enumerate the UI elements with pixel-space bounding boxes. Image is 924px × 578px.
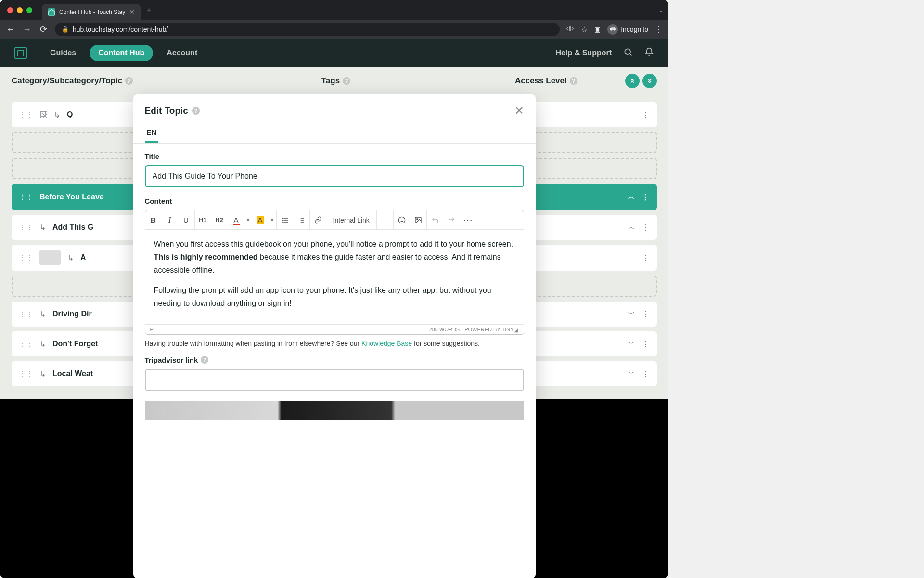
knowledge-base-link[interactable]: Knowledge Base — [361, 340, 412, 347]
link-button[interactable] — [310, 210, 326, 229]
image-preview — [145, 401, 524, 420]
help-icon[interactable]: ? — [192, 107, 200, 115]
subitem-arrow-icon: ↳ — [39, 340, 46, 349]
eye-off-icon[interactable]: 👁 — [566, 25, 574, 34]
emoji-button[interactable] — [394, 210, 410, 229]
image-icon[interactable]: 🖼 — [39, 110, 47, 119]
forward-button[interactable]: → — [22, 25, 32, 35]
text-color-button[interactable]: A — [228, 210, 244, 229]
chevron-down-icon[interactable]: ﹀ — [628, 369, 635, 378]
url-field[interactable]: 🔒 hub.touchstay.com/content-hub/ — [55, 23, 560, 36]
window-controls — [7, 7, 32, 13]
help-icon[interactable]: ? — [570, 77, 578, 85]
url-text: hub.touchstay.com/content-hub/ — [73, 26, 168, 33]
columns-header: Category/Subcategory/Topic? Tags? Access… — [0, 67, 668, 94]
subitem-arrow-icon: ↳ — [39, 310, 46, 319]
redo-button[interactable] — [443, 210, 460, 229]
drag-handle-icon[interactable]: ⋮⋮ — [19, 254, 33, 262]
help-icon[interactable]: ? — [125, 77, 133, 85]
collapse-all-button[interactable] — [625, 74, 640, 88]
app-header: Guides Content Hub Account Help & Suppor… — [0, 39, 668, 67]
subitem-arrow-icon: ↳ — [39, 369, 46, 379]
modal-title: Edit Topic ? — [145, 105, 200, 116]
subitem-arrow-icon: ↳ — [67, 253, 74, 263]
search-icon[interactable] — [623, 47, 633, 59]
incognito-icon: 🕶 — [607, 24, 618, 35]
incognito-badge: 🕶 Incognito — [607, 24, 648, 35]
powered-by: POWERED BY TINY — [464, 327, 513, 332]
nav-guides[interactable]: Guides — [41, 45, 85, 61]
hr-button[interactable]: — — [377, 210, 393, 229]
chevron-up-icon[interactable]: ︿ — [628, 223, 635, 232]
minimize-window-button[interactable] — [17, 7, 23, 13]
content-field-label: Content — [145, 197, 524, 205]
tripadvisor-input[interactable] — [145, 369, 524, 391]
chevron-up-icon[interactable]: ︿ — [628, 193, 635, 201]
browser-menu-icon[interactable]: ⋮ — [655, 25, 663, 34]
subitem-arrow-icon: ↳ — [54, 110, 60, 119]
internal-link-button[interactable]: Internal Link — [326, 216, 376, 224]
reload-button[interactable]: ⟳ — [38, 24, 48, 35]
edit-topic-modal: Edit Topic ? ✕ EN Title Content B I U — [133, 94, 536, 578]
bold-button[interactable]: B — [145, 210, 162, 229]
row-menu-icon[interactable]: ⋮ — [642, 310, 649, 319]
drag-handle-icon[interactable]: ⋮⋮ — [19, 193, 33, 201]
language-tab-en[interactable]: EN — [145, 123, 159, 143]
underline-button[interactable]: U — [178, 210, 194, 229]
browser-chrome: Content Hub - Touch Stay ✕ + ⌄ ← → ⟳ 🔒 h… — [0, 0, 668, 39]
column-tags-label: Tags? — [321, 76, 515, 86]
italic-button[interactable]: I — [162, 210, 178, 229]
help-icon[interactable]: ? — [343, 77, 350, 85]
bookmark-icon[interactable]: ☆ — [581, 25, 588, 34]
undo-button[interactable] — [427, 210, 443, 229]
highlight-dropdown[interactable]: ▾ — [269, 217, 276, 223]
text-color-dropdown[interactable]: ▾ — [244, 217, 252, 223]
highlight-button[interactable]: A — [252, 210, 269, 229]
close-window-button[interactable] — [7, 7, 13, 13]
svg-point-7 — [282, 222, 282, 222]
bell-icon[interactable] — [644, 47, 654, 59]
new-tab-button[interactable]: + — [146, 5, 152, 15]
h1-button[interactable]: H1 — [195, 210, 211, 229]
nav-account[interactable]: Account — [158, 45, 206, 61]
editor-path: P — [150, 327, 429, 332]
thumbnail — [39, 250, 61, 265]
image-button[interactable] — [410, 210, 426, 229]
chevron-down-icon[interactable]: ﹀ — [628, 310, 635, 318]
column-category-label: Category/Subcategory/Topic? — [12, 76, 321, 86]
drag-handle-icon[interactable]: ⋮⋮ — [19, 111, 33, 118]
title-input[interactable] — [145, 165, 524, 187]
help-icon[interactable]: ? — [201, 356, 208, 364]
maximize-window-button[interactable] — [26, 7, 32, 13]
row-menu-icon[interactable]: ⋮ — [642, 193, 649, 202]
close-icon[interactable]: ✕ — [514, 104, 524, 118]
expand-all-button[interactable] — [642, 74, 657, 88]
help-support-link[interactable]: Help & Support — [556, 49, 612, 57]
app-logo[interactable] — [14, 47, 27, 59]
resize-handle-icon[interactable]: ◢ — [514, 327, 519, 332]
row-menu-icon[interactable]: ⋮ — [642, 110, 649, 119]
nav-content-hub[interactable]: Content Hub — [90, 45, 153, 61]
drag-handle-icon[interactable]: ⋮⋮ — [19, 223, 33, 231]
row-menu-icon[interactable]: ⋮ — [642, 369, 649, 379]
tab-bar: Content Hub - Touch Stay ✕ + ⌄ — [0, 0, 668, 20]
drag-handle-icon[interactable]: ⋮⋮ — [19, 310, 33, 318]
more-button[interactable]: ⋯ — [460, 210, 476, 229]
ordered-list-button[interactable] — [293, 210, 309, 229]
bullet-list-button[interactable] — [277, 210, 293, 229]
browser-tab[interactable]: Content Hub - Touch Stay ✕ — [42, 4, 141, 20]
close-tab-button[interactable]: ✕ — [129, 8, 135, 16]
tabs-dropdown-icon[interactable]: ⌄ — [659, 7, 664, 13]
row-menu-icon[interactable]: ⋮ — [642, 340, 649, 349]
editor-content[interactable]: When you first access this guidebook on … — [145, 230, 524, 324]
row-menu-icon[interactable]: ⋮ — [642, 253, 649, 263]
row-menu-icon[interactable]: ⋮ — [642, 223, 649, 232]
drag-handle-icon[interactable]: ⋮⋮ — [19, 370, 33, 378]
chevron-down-icon[interactable]: ﹀ — [628, 340, 635, 348]
extensions-icon[interactable]: ▣ — [594, 26, 601, 33]
address-bar: ← → ⟳ 🔒 hub.touchstay.com/content-hub/ 👁… — [0, 20, 668, 39]
drag-handle-icon[interactable]: ⋮⋮ — [19, 340, 33, 348]
h2-button[interactable]: H2 — [211, 210, 228, 229]
formatting-help-text: Having trouble with formatting when past… — [145, 340, 524, 347]
back-button[interactable]: ← — [6, 25, 15, 35]
